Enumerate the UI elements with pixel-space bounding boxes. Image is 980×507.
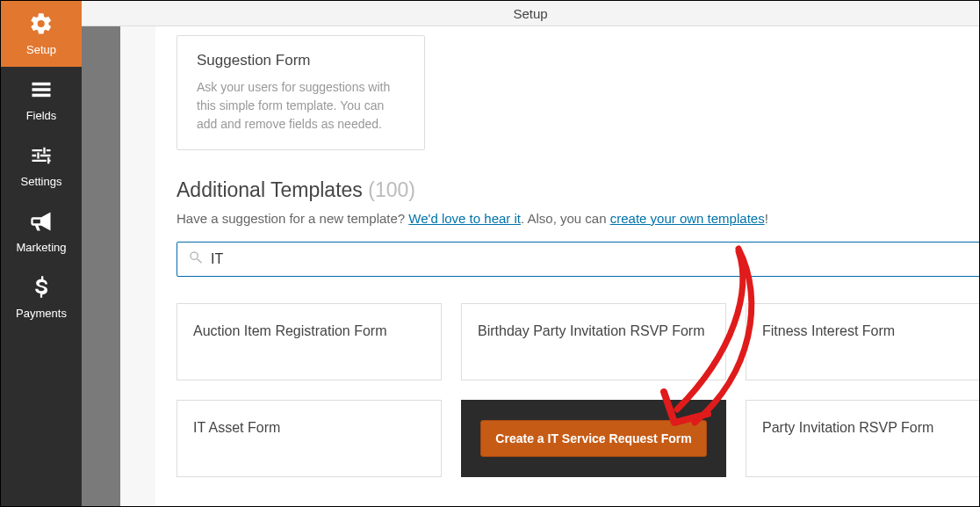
search-input[interactable]: [211, 251, 979, 267]
template-label: Auction Item Registration Form: [193, 323, 387, 339]
sidebar-item-settings[interactable]: Settings: [1, 133, 82, 199]
sidebar-item-setup[interactable]: Setup: [1, 1, 82, 67]
create-template-button[interactable]: Create a IT Service Request Form: [480, 420, 706, 457]
page-header: Setup: [82, 1, 979, 26]
create-template-link[interactable]: create your own templates: [610, 211, 765, 226]
content-gutter: [82, 26, 120, 506]
svg-rect-1: [32, 88, 51, 91]
svg-rect-2: [32, 94, 51, 98]
search-box[interactable]: [177, 242, 979, 277]
suggestion-prefix: Have a suggestion for a new template?: [177, 211, 408, 226]
sidebar-item-label: Settings: [21, 175, 62, 188]
template-label: Fitness Interest Form: [762, 323, 895, 339]
template-card-auction[interactable]: Auction Item Registration Form: [177, 303, 442, 380]
gear-icon: [29, 11, 54, 39]
feedback-link[interactable]: We'd love to hear it: [408, 211, 521, 226]
suggestion-mid: . Also, you can: [521, 211, 610, 226]
sidebar: Setup Fields Settings Marketing Payments: [1, 1, 82, 506]
sidebar-item-fields[interactable]: Fields: [1, 67, 82, 133]
additional-templates-heading: Additional Templates (100): [177, 178, 962, 202]
sidebar-item-label: Setup: [26, 43, 56, 56]
svg-rect-0: [32, 83, 51, 86]
megaphone-icon: [29, 209, 54, 236]
template-card-party-rsvp[interactable]: Party Invitation RSVP Form: [746, 400, 979, 477]
dollar-icon: [29, 275, 54, 302]
card-description: Ask your users for suggestions with this…: [197, 78, 405, 134]
templates-count: (100): [368, 178, 415, 201]
sidebar-item-marketing[interactable]: Marketing: [1, 199, 82, 264]
suggestion-suffix: !: [765, 211, 768, 226]
search-icon: [188, 250, 204, 269]
template-label: Birthday Party Invitation RSVP Form: [478, 323, 704, 339]
template-label: IT Asset Form: [193, 420, 280, 436]
sidebar-item-label: Marketing: [16, 241, 66, 254]
suggestion-form-card[interactable]: Suggestion Form Ask your users for sugge…: [177, 35, 425, 150]
page-title: Setup: [513, 6, 547, 21]
template-card-it-service-request[interactable]: Create a IT Service Request Form: [461, 400, 726, 477]
suggestion-line: Have a suggestion for a new template? We…: [177, 211, 962, 226]
sidebar-item-label: Payments: [16, 307, 67, 320]
main-panel: Suggestion Form Ask your users for sugge…: [155, 26, 979, 506]
list-icon: [29, 77, 54, 105]
template-label: Party Invitation RSVP Form: [762, 420, 933, 436]
card-title: Suggestion Form: [197, 52, 405, 69]
sidebar-item-label: Fields: [26, 109, 57, 122]
template-card-fitness[interactable]: Fitness Interest Form: [746, 303, 979, 380]
template-grid: Auction Item Registration Form Birthday …: [177, 303, 979, 477]
section-title-text: Additional Templates: [177, 178, 363, 201]
template-card-it-asset[interactable]: IT Asset Form: [177, 400, 442, 477]
template-card-birthday-rsvp[interactable]: Birthday Party Invitation RSVP Form: [461, 303, 726, 380]
sliders-icon: [29, 143, 54, 170]
sidebar-item-payments[interactable]: Payments: [1, 264, 82, 330]
content-area: Suggestion Form Ask your users for sugge…: [82, 26, 979, 506]
